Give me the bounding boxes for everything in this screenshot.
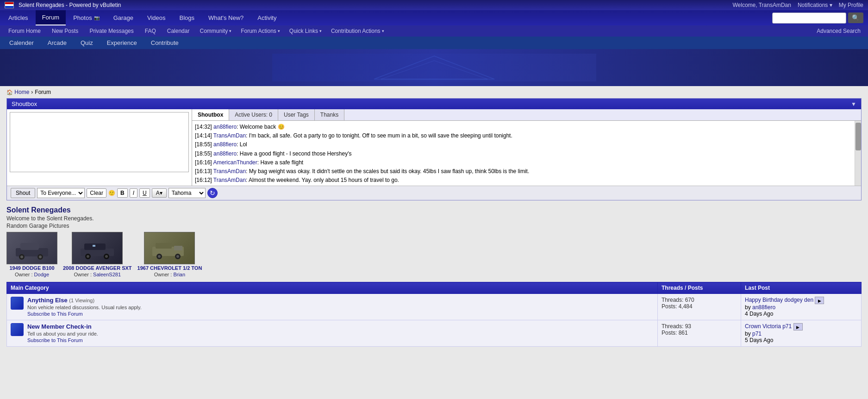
shoutbox-body: Shoutbox Active Users: 0 User Tags Thank… bbox=[7, 109, 861, 186]
nav-activity[interactable]: Activity bbox=[251, 10, 283, 25]
shoutbox-textarea[interactable] bbox=[10, 112, 189, 172]
shoutbox-scrollbar[interactable] bbox=[855, 121, 861, 186]
nav-photos[interactable]: Photos 📷 bbox=[67, 10, 106, 25]
svg-point-19 bbox=[158, 255, 161, 258]
color-button[interactable]: A▾ bbox=[152, 188, 167, 198]
car-silhouette-3 bbox=[151, 237, 188, 260]
breadcrumb-current: Forum bbox=[35, 89, 51, 95]
forum-name-link[interactable]: New Member Check-in bbox=[27, 323, 98, 330]
last-post-time: 5 Days Ago bbox=[745, 337, 773, 343]
shoutbox-tab-thanks[interactable]: Thanks bbox=[315, 109, 344, 120]
garage-pic-img-1[interactable] bbox=[6, 232, 57, 264]
thirdnav-calender[interactable]: Calender bbox=[3, 37, 40, 49]
garage-pic-owner-link-1[interactable]: Dodge bbox=[34, 272, 49, 277]
welcome-text[interactable]: Welcome, TransAmDan bbox=[732, 2, 791, 8]
shoutbox-user-link[interactable]: an88fiero bbox=[213, 141, 237, 148]
shoutbox-message: [13:33] AmericanThunder: Hey Dan, enjoyi… bbox=[195, 185, 852, 186]
garage-pic-title-1[interactable]: 1949 DODGE B100 bbox=[9, 265, 54, 271]
shoutbox-collapse-btn[interactable]: ▼ bbox=[851, 101, 856, 107]
garage-pic-owner-3: Owner : Brian bbox=[154, 272, 185, 277]
shoutbox-user-link[interactable]: an88fiero bbox=[213, 150, 237, 157]
community-dropdown-arrow: ▾ bbox=[229, 29, 231, 33]
shoutbox-header[interactable]: Shoutbox ▼ bbox=[7, 99, 861, 109]
subnav-calendar[interactable]: Calendar bbox=[162, 25, 195, 37]
advanced-search-link[interactable]: Advanced Search bbox=[812, 25, 865, 37]
nav-blogs[interactable]: Blogs bbox=[173, 10, 201, 25]
nav-videos[interactable]: Videos bbox=[141, 10, 172, 25]
subnav-forum-actions[interactable]: Forum Actions ▾ bbox=[236, 25, 285, 37]
last-post-title-link[interactable]: Crown Victoria p71 bbox=[745, 323, 792, 330]
garage-pic-title-3[interactable]: 1967 CHEVROLET 1/2 TON bbox=[137, 265, 202, 271]
car-silhouette-2 bbox=[79, 237, 116, 260]
underline-button[interactable]: U bbox=[139, 188, 150, 198]
forum-name-info: Anything Else (1 Viewing) Non vehicle re… bbox=[27, 297, 142, 317]
shoutbox-tabs-area: Shoutbox Active Users: 0 User Tags Thank… bbox=[192, 109, 861, 186]
shoutbox-message: [16:12] TransAmDan: Almost the weekend. … bbox=[195, 176, 852, 185]
search-input[interactable] bbox=[772, 12, 846, 24]
shoutbox-user-link[interactable]: TransAmDan bbox=[213, 177, 246, 183]
forum-desc: Non vehicle related discussions. Usual r… bbox=[27, 305, 142, 310]
forum-welcome: Welcome to the Solent Renegades. bbox=[6, 215, 862, 222]
forum-name-info: New Member Check-in Tell us about you an… bbox=[27, 323, 98, 343]
subnav-quick-links[interactable]: Quick Links ▾ bbox=[285, 25, 326, 37]
nav-forum[interactable]: Forum bbox=[36, 10, 66, 25]
font-selector[interactable]: Tahoma bbox=[169, 188, 206, 198]
garage-pic-owner-link-2[interactable]: SaleenS281 bbox=[93, 272, 121, 277]
last-post-user-link[interactable]: an88fiero bbox=[752, 304, 775, 311]
breadcrumb-home[interactable]: 🏠 Home bbox=[6, 89, 29, 95]
subnav-new-posts[interactable]: New Posts bbox=[46, 25, 84, 37]
clear-button[interactable]: Clear bbox=[87, 188, 106, 198]
garage-pic-title-2[interactable]: 2008 DODGE AVENGER SXT bbox=[63, 265, 132, 271]
thirdnav-contribute[interactable]: Contribute bbox=[144, 37, 185, 49]
go-to-last-icon[interactable]: ▶ bbox=[793, 323, 803, 330]
shoutbox-tab-user-tags[interactable]: User Tags bbox=[278, 109, 315, 120]
svg-rect-3 bbox=[20, 243, 39, 250]
banner-logo bbox=[365, 54, 504, 81]
forum-icon bbox=[11, 323, 24, 336]
my-profile-link[interactable]: My Profile bbox=[839, 2, 863, 8]
refresh-button[interactable]: ↻ bbox=[207, 188, 218, 198]
shoutbox-user-link[interactable]: AmericanThunder bbox=[213, 159, 257, 166]
forum-subscribe-link[interactable]: Subscribe to This Forum bbox=[27, 311, 142, 317]
flag-icon bbox=[5, 2, 14, 8]
forum-subscribe-link[interactable]: Subscribe to This Forum bbox=[27, 337, 98, 343]
garage-pic-1: 1949 DODGE B100 Owner : Dodge bbox=[6, 232, 57, 277]
shoutbox-container: Shoutbox ▼ Shoutbox Active Users: 0 User… bbox=[6, 98, 862, 200]
forum-actions-dropdown-arrow: ▾ bbox=[278, 29, 280, 33]
nav-whats-new[interactable]: What's New? bbox=[202, 10, 250, 25]
go-to-last-icon[interactable]: ▶ bbox=[815, 297, 824, 304]
shout-button[interactable]: Shout bbox=[11, 188, 35, 198]
smiley-icon[interactable]: 🙂 bbox=[108, 190, 115, 196]
thirdnav-arcade[interactable]: Arcade bbox=[41, 37, 73, 49]
notifications-link[interactable]: Notifications ▾ bbox=[798, 2, 832, 8]
italic-button[interactable]: I bbox=[130, 188, 137, 198]
last-post-title-link[interactable]: Happy Birthday dodgey den bbox=[745, 297, 813, 303]
subnav-community[interactable]: Community ▾ bbox=[195, 25, 236, 37]
forum-name-link[interactable]: Anything Else (1 Viewing) bbox=[27, 297, 142, 304]
shoutbox-user-link[interactable]: TransAmDan bbox=[213, 168, 246, 175]
search-button[interactable]: 🔍 bbox=[848, 12, 863, 23]
shoutbox-messages: [14:32] an88fiero: Welcome back 😊[14:14]… bbox=[192, 121, 855, 186]
garage-pic-owner-link-3[interactable]: Brian bbox=[173, 272, 185, 277]
thirdnav-experience[interactable]: Experience bbox=[100, 37, 144, 49]
shoutbox-user-link[interactable]: an88fiero bbox=[213, 124, 237, 130]
thirdnav-quiz[interactable]: Quiz bbox=[74, 37, 100, 49]
table-row: Anything Else (1 Viewing) Non vehicle re… bbox=[7, 294, 862, 320]
garage-pic-img-2[interactable] bbox=[72, 232, 123, 264]
subnav-forum-home[interactable]: Forum Home bbox=[3, 25, 46, 37]
shoutbox-user-link[interactable]: TransAmDan bbox=[213, 132, 246, 139]
shoutbox-scrollbar-thumb[interactable] bbox=[856, 123, 861, 150]
last-post-user-link[interactable]: p71 bbox=[752, 330, 762, 337]
to-selector[interactable]: To Everyone... bbox=[37, 188, 85, 198]
subnav-contribution-actions[interactable]: Contribution Actions ▾ bbox=[326, 25, 389, 37]
subnav-faq[interactable]: FAQ bbox=[139, 25, 162, 37]
forum-title: Solent Renegades bbox=[6, 206, 862, 214]
bold-button[interactable]: B bbox=[117, 188, 128, 198]
nav-garage[interactable]: Garage bbox=[107, 10, 140, 25]
shoutbox-tab-active-users[interactable]: Active Users: 0 bbox=[229, 109, 278, 120]
forum-last-post: Happy Birthday dodgey den ▶ by an88fiero… bbox=[745, 297, 857, 317]
nav-articles[interactable]: Articles bbox=[2, 10, 35, 25]
shoutbox-tab-shoutbox[interactable]: Shoutbox bbox=[192, 109, 229, 120]
subnav-private-messages[interactable]: Private Messages bbox=[84, 25, 139, 37]
garage-pic-img-3[interactable] bbox=[144, 232, 195, 264]
